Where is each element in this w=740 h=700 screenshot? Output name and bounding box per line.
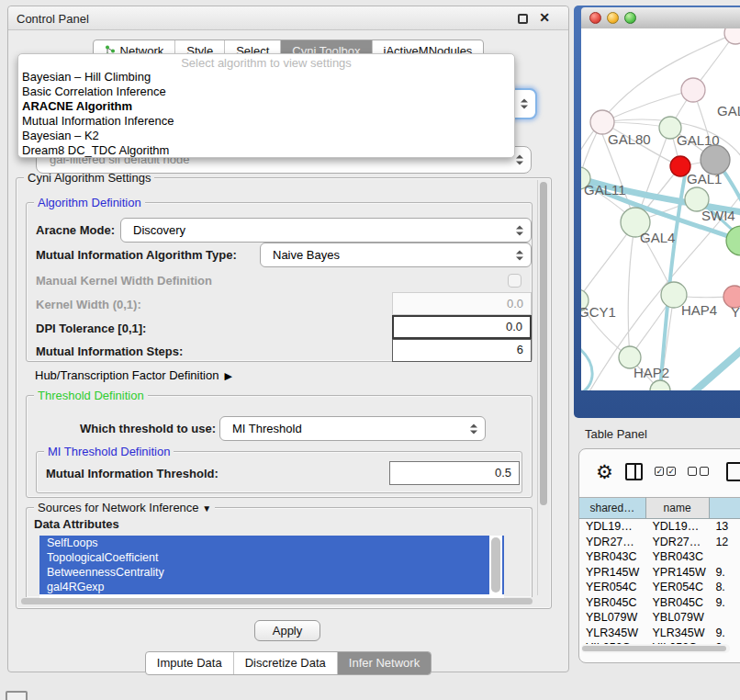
tab-infer-network[interactable]: Infer Network — [338, 652, 431, 674]
column-header[interactable]: shared… — [579, 497, 646, 519]
data-attribute-item[interactable]: SelfLoops — [39, 536, 504, 550]
mi-steps-field[interactable]: 6 — [392, 339, 532, 362]
kernel-width-field[interactable]: 0.0 — [392, 292, 532, 315]
network-edge — [581, 194, 740, 390]
table-row[interactable]: YDR27…YDR27…12 — [579, 535, 740, 550]
which-threshold-combo[interactable]: MI Threshold — [219, 416, 486, 441]
network-canvas[interactable]: GALGAL80GAL10GAL1GAL11SWI4GAL4GCY1HAP4YH… — [581, 28, 740, 390]
node-label: GCY1 — [581, 304, 616, 320]
column-header[interactable]: name — [646, 497, 710, 519]
collapse-down-icon: ▼ — [202, 503, 211, 514]
control-panel-title: Control Panel — [17, 12, 89, 26]
aracne-mode-combo[interactable]: Discovery — [120, 218, 532, 243]
tab-discretize-data[interactable]: Discretize Data — [234, 652, 338, 674]
table-cell: YBR043C — [579, 549, 645, 565]
mi-threshold-definition-group: MI Threshold Definition Mutual Informati… — [36, 451, 522, 493]
hub-definition-toggle[interactable]: Hub/Transcription Factor Definition▶ — [35, 368, 232, 382]
table-row[interactable]: YDL19…YDL19…13 — [579, 519, 740, 535]
table-row[interactable]: YPR145WYPR145W9. — [579, 565, 740, 581]
network-edge — [602, 90, 693, 122]
table-cell: YER054C — [645, 580, 709, 595]
node-label: HAP4 — [681, 302, 717, 318]
combo-spinner-icon — [516, 225, 522, 235]
close-icon[interactable]: ✕ — [539, 10, 550, 25]
table-cell: YER054C — [579, 580, 645, 595]
zoom-traffic-light-icon[interactable] — [624, 12, 636, 24]
algorithm-option[interactable]: Mutual Information Inference — [18, 114, 514, 129]
node-label: SWI4 — [701, 208, 735, 223]
mi-steps-label: Mutual Information Steps: — [36, 344, 183, 358]
unchecked-checkboxes-icon[interactable] — [688, 467, 709, 476]
table-panel: ⚙ ✓✓ shared…name YDL19…YDL19…13YDR27…YDR… — [578, 448, 740, 663]
sources-title-wrap[interactable]: Sources for Network Inference ▼ — [34, 501, 215, 514]
table-cell — [709, 549, 740, 565]
settings-vertical-scrollbar[interactable] — [537, 180, 549, 595]
network-window[interactable]: GALGAL80GAL10GAL1GAL11SWI4GAL4GCY1HAP4YH… — [574, 6, 740, 418]
network-node-gal[interactable] — [681, 78, 705, 102]
tab-impute-data[interactable]: Impute Data — [146, 652, 234, 674]
dpi-tolerance-field[interactable]: 0.0 — [392, 315, 532, 339]
table-cell: 13 — [709, 519, 740, 535]
algorithm-option[interactable]: Basic Correlation Inference — [18, 85, 514, 99]
table-row[interactable]: YLR345WYLR345W9. — [579, 626, 740, 641]
tab-label: Discretize Data — [245, 656, 326, 670]
table-header: shared…name — [579, 497, 740, 519]
attributes-scrollbar-thumb[interactable] — [491, 537, 500, 593]
algorithm-option[interactable]: Bayesian – K2 — [18, 129, 514, 143]
document-icon[interactable] — [726, 462, 740, 481]
table-cell: YBL079W — [645, 610, 709, 626]
close-traffic-light-icon[interactable] — [589, 12, 601, 24]
table-row[interactable]: YBL079WYBL079W — [579, 610, 740, 626]
column-header[interactable] — [710, 497, 740, 519]
table-row[interactable]: YER054CYER054C8. — [579, 580, 740, 595]
float-icon[interactable] — [518, 14, 528, 24]
node-label: GAL80 — [608, 131, 651, 147]
network-node[interactable] — [724, 28, 740, 44]
node-label: GAL — [717, 103, 740, 119]
checked-checkboxes-icon[interactable]: ✓✓ — [655, 467, 676, 476]
mi-threshold-field[interactable]: 0.5 — [389, 461, 520, 485]
table-horizontal-scrollbar[interactable] — [581, 644, 730, 653]
data-attributes-list[interactable]: SelfLoopsTopologicalCoefficientBetweenne… — [39, 536, 504, 598]
table-row[interactable]: YBR045CYBR045C9. — [579, 595, 740, 611]
data-attribute-item[interactable]: gal4RGexp — [39, 580, 504, 594]
split-columns-icon[interactable] — [625, 463, 644, 480]
table-cell: YLR345W — [645, 626, 709, 641]
tab-label: Impute Data — [157, 656, 222, 670]
algorithm-dropdown: Select algorithm to view settings Bayesi… — [17, 53, 515, 158]
settings-scrollbar-thumb[interactable] — [540, 182, 547, 505]
attributes-scrollbar[interactable] — [489, 536, 502, 598]
network-node[interactable] — [726, 226, 740, 255]
network-node[interactable] — [650, 380, 670, 390]
table-cell: YBR045C — [645, 595, 709, 611]
minimized-window-fragment[interactable] — [6, 691, 28, 700]
manual-kernel-label: Manual Kernel Width Definition — [36, 274, 212, 288]
mi-type-value: Naive Bayes — [273, 248, 340, 262]
table-row[interactable]: YBR043CYBR043C — [579, 549, 740, 565]
table-toolbar: ⚙ ✓✓ — [579, 449, 740, 493]
manual-kernel-checkbox[interactable] — [508, 274, 521, 288]
table-body: YDL19…YDL19…13YDR27…YDR27…12YBR043CYBR04… — [579, 519, 740, 662]
sources-title: Sources for Network Inference — [38, 501, 199, 514]
aracne-mode-value: Discovery — [133, 223, 185, 237]
minimize-traffic-light-icon[interactable] — [607, 12, 619, 24]
data-attribute-item[interactable]: TopologicalCoefficient — [39, 550, 504, 565]
table-cell: 12 — [709, 535, 740, 550]
network-window-titlebar[interactable] — [581, 7, 740, 29]
data-attribute-item[interactable]: BetweennessCentrality — [39, 565, 504, 580]
gear-icon[interactable]: ⚙ — [596, 462, 613, 481]
node-label: GAL11 — [584, 182, 626, 198]
mi-threshold-definition-title: MI Threshold Definition — [44, 445, 174, 458]
mi-type-combo[interactable]: Naive Bayes — [260, 243, 532, 267]
table-hscrollbar-thumb[interactable] — [582, 646, 726, 651]
sources-group: Sources for Network Inference ▼ Data Att… — [26, 507, 533, 597]
table-cell: YBR043C — [645, 549, 709, 565]
table-panel-title: Table Panel — [585, 427, 647, 441]
algorithm-definition-group: Algorithm Definition Aracne Mode: Discov… — [26, 202, 533, 362]
table-cell: YBL079W — [579, 610, 645, 626]
settings-hscrollbar-thumb[interactable] — [21, 598, 533, 604]
algorithm-option[interactable]: Bayesian – Hill Climbing — [18, 70, 514, 85]
algorithm-option[interactable]: ARACNE Algorithm — [18, 99, 514, 114]
apply-button[interactable]: Apply — [254, 620, 320, 641]
algorithm-option[interactable]: Dream8 DC_TDC Algorithm — [18, 143, 514, 158]
